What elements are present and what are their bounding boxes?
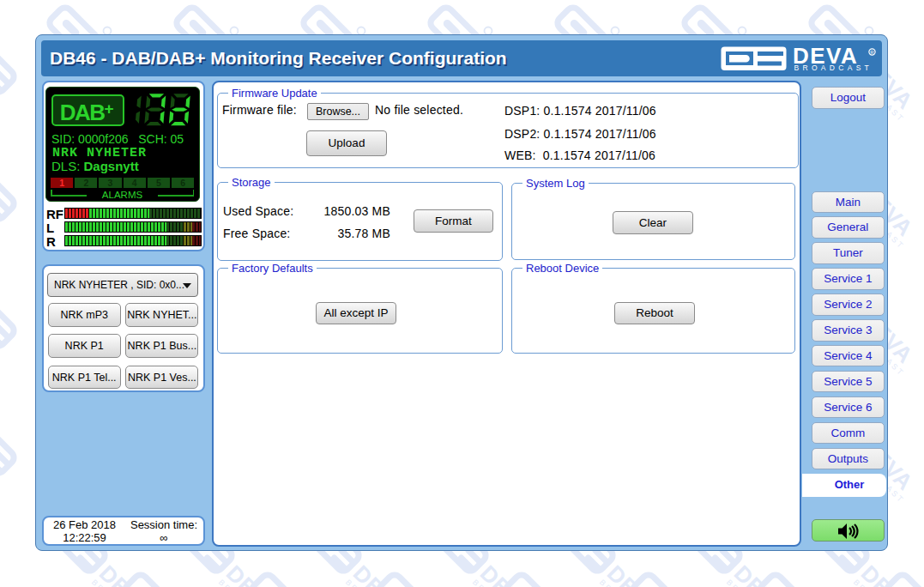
- svg-text:R: R: [870, 50, 874, 55]
- svg-text:BROADCAST: BROADCAST: [794, 64, 873, 72]
